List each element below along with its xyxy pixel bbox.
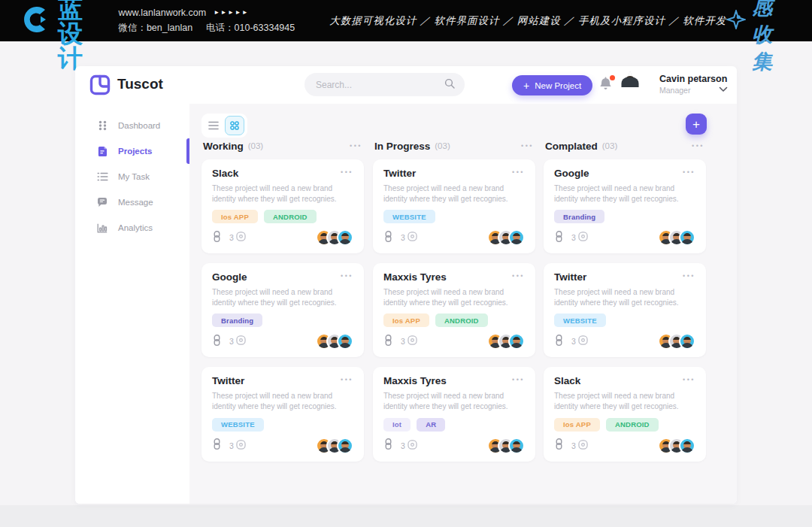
link-icon xyxy=(383,231,393,245)
column-complated: Complated (03) ••• Google••• These proje… xyxy=(544,139,706,471)
avatar-group xyxy=(658,333,695,350)
project-card[interactable]: Google••• These project will need a new … xyxy=(201,263,364,357)
attachment-count: 3 xyxy=(229,233,234,242)
project-card[interactable]: Twitter••• These project will need a new… xyxy=(373,159,535,253)
link-icon xyxy=(554,438,564,453)
app-header: Tuscot + New Project Cavin petarson Mana… xyxy=(75,66,737,104)
card-description: These project will need a new brand iden… xyxy=(554,287,695,307)
card-menu-dots[interactable]: ••• xyxy=(683,272,695,280)
user-avatar[interactable] xyxy=(629,71,632,87)
column-menu-dots[interactable]: ••• xyxy=(521,142,534,150)
avatar-group xyxy=(316,229,353,246)
card-menu-dots[interactable]: ••• xyxy=(512,272,525,280)
card-title: Twitter xyxy=(383,168,416,179)
card-title: Twitter xyxy=(554,272,586,283)
attachment-count: 3 xyxy=(401,441,405,450)
project-card[interactable]: Slack••• These project will need a new b… xyxy=(544,367,706,461)
tag-android: ANDROID xyxy=(435,313,488,327)
project-card[interactable]: Maxxis Tyres••• These project will need … xyxy=(373,263,535,357)
page-background-strip xyxy=(0,505,812,527)
list-view-icon[interactable] xyxy=(205,117,223,135)
attachment-count: 3 xyxy=(571,337,576,346)
project-card[interactable]: Twitter••• These project will need a new… xyxy=(201,367,364,461)
message-chat-icon xyxy=(96,197,108,207)
search-bar[interactable] xyxy=(304,73,465,96)
attachment-count: 3 xyxy=(401,337,405,346)
card-title: Google xyxy=(554,168,589,179)
column-count: (03) xyxy=(248,141,263,150)
banner-services: 大数据可视化设计 ／ 软件界面设计 ／ 网站建设 ／ 手机及小程序设计 ／ 软件… xyxy=(329,14,726,28)
tag-ios-app: Ios APP xyxy=(212,210,258,223)
add-column-button[interactable]: + xyxy=(686,114,707,135)
card-menu-dots[interactable]: ••• xyxy=(341,272,353,280)
column-menu-dots[interactable]: ••• xyxy=(692,142,704,150)
user-info[interactable]: Cavin petarson Manager xyxy=(659,74,727,95)
search-icon[interactable] xyxy=(444,78,455,92)
comment-icon xyxy=(236,231,246,244)
tag-website: WEBSITE xyxy=(212,418,264,432)
new-project-label: New Project xyxy=(535,81,581,90)
tag-ios-app: Ios APP xyxy=(383,313,429,327)
tuscot-logo-icon xyxy=(89,74,111,96)
column-working: Working (03) ••• Slack••• These project … xyxy=(201,139,364,471)
project-card[interactable]: Twitter••• These project will need a new… xyxy=(544,263,706,357)
column-header: In Progress (03) ••• xyxy=(373,139,535,153)
sidebar-item-message[interactable]: Message xyxy=(75,189,189,215)
plus-icon: + xyxy=(523,80,529,91)
app-window: Tuscot + New Project Cavin petarson Mana… xyxy=(75,66,737,504)
avatar-group xyxy=(658,229,695,246)
sidebar-item-projects[interactable]: Projects xyxy=(75,138,189,164)
tag-website: WEBSITE xyxy=(554,313,606,327)
grid-view-icon[interactable] xyxy=(225,116,244,135)
avatar xyxy=(337,229,353,246)
notification-bell-icon[interactable] xyxy=(598,77,614,93)
sidebar-item-analytics[interactable]: Analytics xyxy=(75,215,189,241)
attachment-count: 3 xyxy=(229,337,234,346)
kanban-board: + Working (03) ••• Slack••• These projec… xyxy=(189,104,737,504)
sparkle-icon xyxy=(726,10,746,32)
avatar xyxy=(508,229,525,246)
card-menu-dots[interactable]: ••• xyxy=(341,376,353,383)
lanlan-logo-icon xyxy=(20,4,51,38)
card-menu-dots[interactable]: ••• xyxy=(341,168,353,176)
inspiration-collect[interactable]: 灵感收集 xyxy=(726,0,792,75)
new-project-button[interactable]: + New Project xyxy=(512,75,592,95)
avatar-group xyxy=(316,333,353,350)
sidebar-item-my-task[interactable]: My Task xyxy=(75,164,189,189)
card-description: These project will need a new brand iden… xyxy=(383,183,525,204)
sidebar-item-dashboard[interactable]: Dashboard xyxy=(75,113,189,138)
search-input[interactable] xyxy=(314,79,444,91)
lanlan-logo-text: 蓝蓝设计 xyxy=(58,0,102,71)
column-count: (03) xyxy=(435,141,450,150)
avatar xyxy=(337,333,353,350)
column-menu-dots[interactable]: ••• xyxy=(350,142,362,150)
attachment-count: 3 xyxy=(229,441,234,450)
link-icon xyxy=(212,335,222,349)
banner-wechat: 微信：ben_lanlan xyxy=(118,23,192,33)
avatar-group xyxy=(487,229,525,246)
promo-banner: 蓝蓝设计 www.lanlanwork.com►►►►► 微信：ben_lanl… xyxy=(0,0,812,41)
chevron-down-icon[interactable] xyxy=(719,82,728,95)
comment-icon xyxy=(408,439,417,453)
projects-document-icon xyxy=(96,146,108,157)
card-menu-dots[interactable]: ••• xyxy=(683,168,695,176)
card-menu-dots[interactable]: ••• xyxy=(683,376,695,383)
comment-icon xyxy=(578,439,588,453)
card-description: These project will need a new brand iden… xyxy=(212,287,353,307)
card-description: These project will need a new brand iden… xyxy=(212,183,353,204)
banner-phone: 电话：010-63334945 xyxy=(206,23,295,33)
card-menu-dots[interactable]: ••• xyxy=(512,168,525,176)
attachment-count: 3 xyxy=(571,441,576,450)
link-icon xyxy=(383,438,393,453)
banner-website[interactable]: www.lanlanwork.com xyxy=(118,8,206,18)
card-title: Maxxis Tyres xyxy=(383,272,447,283)
project-card[interactable]: Google••• These project will need a new … xyxy=(544,159,706,253)
card-description: These project will need a new brand iden… xyxy=(383,391,525,411)
project-card[interactable]: Maxxis Tyres••• These project will need … xyxy=(373,367,535,461)
card-menu-dots[interactable]: ••• xyxy=(512,376,525,383)
project-card[interactable]: Slack••• These project will need a new b… xyxy=(201,159,364,253)
user-role: Manager xyxy=(659,86,727,95)
card-description: These project will need a new brand iden… xyxy=(383,287,525,307)
card-title: Twitter xyxy=(212,376,244,386)
sidebar-item-label: Message xyxy=(118,198,153,207)
